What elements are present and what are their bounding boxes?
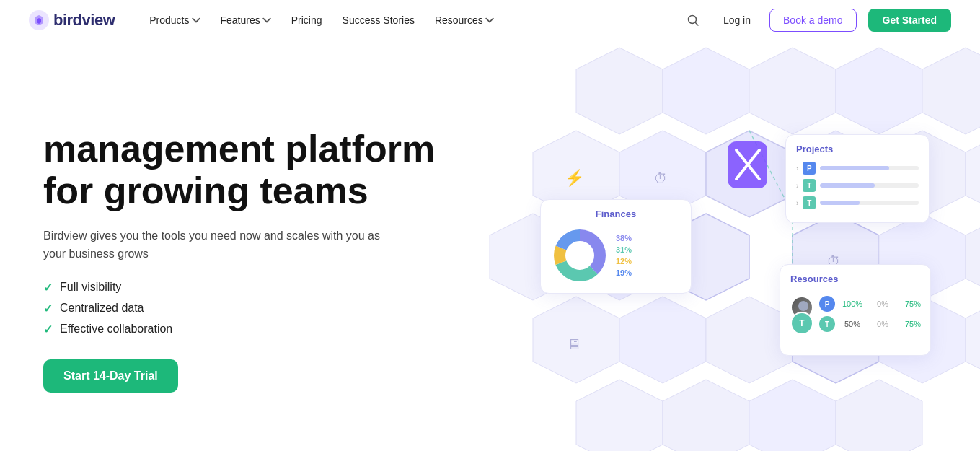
- resource-row-p: P 100% 0% 75%: [819, 296, 926, 312]
- svg-point-1: [688, 15, 696, 23]
- project-chevron-2: ›: [796, 182, 798, 190]
- search-icon: [687, 14, 699, 27]
- finance-donut-chart: [551, 227, 609, 284]
- nav-right: Log in Book a demo Get Started: [681, 9, 951, 32]
- check-icon-1: ✓: [43, 281, 53, 294]
- resources-card: Resources T: [780, 264, 931, 356]
- resource-badge-p: P: [819, 296, 835, 312]
- nav-links: Products Features Pricing Success Storie…: [141, 10, 681, 30]
- resource-pct-p-1: 100%: [839, 299, 865, 308]
- nav-features[interactable]: Features: [212, 10, 280, 30]
- checklist-item-3: ✓ Effective collaboration: [43, 323, 447, 336]
- project-badge-t1: T: [803, 179, 816, 192]
- finance-label-4: 19%: [616, 268, 632, 277]
- nav-products[interactable]: Products: [141, 10, 208, 30]
- resource-avatar-stack: T: [790, 296, 816, 346]
- finance-label-3: 12%: [616, 257, 632, 266]
- projects-card-title: Projects: [796, 144, 919, 154]
- hero-heading: management platform for growing teams: [43, 128, 447, 211]
- project-bar-wrap-3: [820, 201, 919, 205]
- check-icon-2: ✓: [43, 302, 53, 315]
- nav-success-stories[interactable]: Success Stories: [334, 10, 423, 30]
- hero-illustration: ⚡ ⏱ ⏱ 💬 👥 🖥 ⏰ 📅: [461, 40, 980, 451]
- avatar-t: T: [790, 312, 813, 335]
- logo-text: birdview: [53, 11, 115, 30]
- resources-rows: P 100% 0% 75% T 50% 0% 75%: [819, 296, 926, 336]
- svg-point-19: [567, 242, 593, 268]
- project-badge-p: P: [803, 162, 816, 175]
- svg-marker-3: [461, 40, 547, 113]
- project-bar-2: [820, 183, 874, 188]
- hero-content: management platform for growing teams Bi…: [43, 128, 447, 393]
- projects-card: Projects › P › T › T: [785, 134, 930, 223]
- finance-label-1: 38%: [616, 234, 632, 242]
- finance-donut-wrap: 38% 31% 12% 19%: [551, 227, 681, 284]
- nav-pricing[interactable]: Pricing: [283, 10, 331, 30]
- project-bar-wrap-2: [820, 183, 919, 188]
- finance-label-2: 31%: [616, 245, 632, 254]
- project-row-3: › T: [796, 196, 919, 209]
- finance-card-title: Finances: [551, 209, 681, 219]
- project-badge-t2: T: [803, 196, 816, 209]
- svg-text:⏱: ⏱: [653, 170, 668, 186]
- book-demo-button[interactable]: Book a demo: [769, 9, 857, 32]
- hexagon-grid-illustration: ⚡ ⏱ ⏱ 💬 👥 🖥 ⏰ 📅: [461, 40, 980, 451]
- resources-card-title: Resources: [790, 273, 920, 284]
- navigation: birdview Products Features Pricing Succe…: [0, 0, 980, 40]
- resource-pct-p-2: 0%: [870, 299, 896, 308]
- search-button[interactable]: [681, 9, 705, 32]
- hero-checklist: ✓ Full visibility ✓ Centralized data ✓ E…: [43, 281, 447, 336]
- project-bar-wrap-1: [820, 166, 919, 170]
- project-row-1: › P: [796, 162, 919, 175]
- project-chevron-1: ›: [796, 165, 798, 172]
- checklist-item-2: ✓ Centralized data: [43, 302, 447, 315]
- resource-pct-t-3: 75%: [900, 320, 926, 328]
- hero-subtext: Birdview gives you the tools you need no…: [43, 227, 389, 263]
- svg-line-2: [695, 22, 698, 25]
- svg-point-20: [798, 301, 808, 311]
- project-bar-1: [820, 166, 889, 170]
- check-icon-3: ✓: [43, 323, 53, 336]
- svg-text:🖥: 🖥: [567, 336, 581, 352]
- project-row-2: › T: [796, 179, 919, 192]
- chevron-down-icon: [262, 16, 271, 25]
- resource-row-t: T 50% 0% 75%: [819, 316, 926, 332]
- get-started-button[interactable]: Get Started: [868, 9, 951, 32]
- resource-pct-t-1: 50%: [839, 320, 865, 328]
- finance-card: Finances 38% 31% 12% 19%: [540, 199, 692, 294]
- checklist-item-1: ✓ Full visibility: [43, 281, 447, 294]
- nav-resources[interactable]: Resources: [426, 10, 503, 30]
- project-bar-3: [820, 201, 860, 205]
- resource-pct-p-3: 75%: [900, 299, 926, 308]
- resource-pct-t-2: 0%: [870, 320, 896, 328]
- logo[interactable]: birdview: [29, 10, 115, 30]
- svg-text:⚡: ⚡: [565, 168, 585, 188]
- birdview-logo-icon: [29, 10, 49, 30]
- login-button[interactable]: Log in: [716, 10, 758, 30]
- resource-badge-t: T: [819, 316, 835, 332]
- project-chevron-3: ›: [796, 199, 798, 207]
- trial-button[interactable]: Start 14-Day Trial: [43, 359, 178, 393]
- chevron-down-icon: [192, 16, 200, 25]
- chevron-down-icon: [485, 16, 494, 25]
- finance-labels: 38% 31% 12% 19%: [616, 234, 632, 277]
- hero-section: management platform for growing teams Bi…: [0, 40, 980, 451]
- resources-with-avatar: T P 100% 0% 75% T 50% 0% 75%: [790, 296, 920, 346]
